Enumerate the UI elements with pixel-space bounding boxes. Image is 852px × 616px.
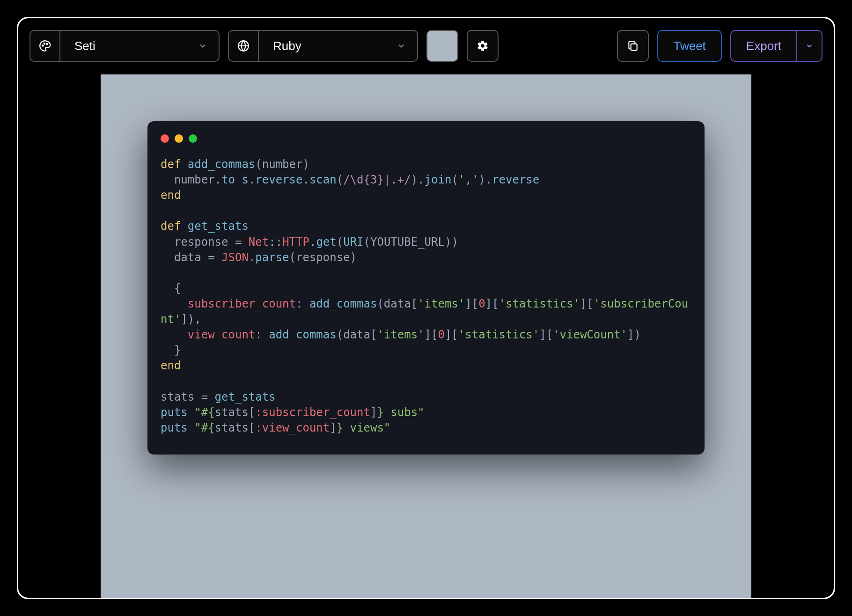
svg-point-1 bbox=[44, 43, 45, 44]
theme-selector[interactable]: Seti bbox=[29, 30, 220, 62]
code-editor[interactable]: def add_commas(number) number.to_s.rever… bbox=[161, 157, 691, 436]
theme-select[interactable]: Seti bbox=[60, 31, 219, 61]
export-dropdown-toggle[interactable] bbox=[796, 31, 822, 61]
theme-select-label: Seti bbox=[74, 39, 95, 53]
stage-background[interactable]: def add_commas(number) number.to_s.rever… bbox=[101, 74, 751, 598]
svg-point-2 bbox=[46, 44, 48, 45]
gear-icon bbox=[477, 40, 489, 52]
palette-icon bbox=[30, 31, 60, 61]
toolbar: Seti Ruby bbox=[29, 29, 823, 62]
globe-icon bbox=[229, 31, 259, 61]
tweet-button[interactable]: Tweet bbox=[657, 30, 721, 62]
chevron-down-icon bbox=[805, 42, 814, 50]
minimize-dot-icon bbox=[175, 134, 183, 143]
app-frame: Seti Ruby bbox=[17, 17, 835, 599]
chevron-down-icon bbox=[198, 41, 207, 51]
copy-icon bbox=[627, 40, 639, 52]
tweet-button-label: Tweet bbox=[673, 39, 705, 53]
language-select[interactable]: Ruby bbox=[259, 31, 417, 61]
language-selector[interactable]: Ruby bbox=[228, 30, 418, 62]
background-color-swatch[interactable] bbox=[426, 30, 458, 62]
copy-button[interactable] bbox=[617, 30, 649, 62]
svg-rect-5 bbox=[631, 44, 637, 51]
chevron-down-icon bbox=[397, 41, 406, 51]
maximize-dot-icon bbox=[189, 134, 197, 143]
code-window: def add_commas(number) number.to_s.rever… bbox=[147, 121, 705, 455]
language-select-label: Ruby bbox=[273, 39, 301, 53]
export-button-label: Export bbox=[746, 39, 781, 53]
settings-button[interactable] bbox=[467, 30, 499, 62]
window-controls bbox=[161, 134, 691, 143]
canvas-area: def add_commas(number) number.to_s.rever… bbox=[29, 74, 823, 598]
close-dot-icon bbox=[161, 134, 169, 143]
export-button[interactable]: Export bbox=[731, 31, 796, 61]
export-button-group: Export bbox=[730, 30, 823, 62]
svg-point-0 bbox=[42, 45, 44, 46]
